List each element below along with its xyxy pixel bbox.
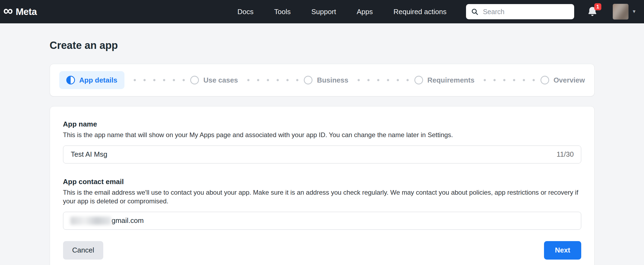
redacted-email-prefix: [70, 217, 111, 225]
meta-logo-icon: ∞: [3, 4, 13, 17]
wizard-stepper: App details Use cases Business Requireme…: [50, 64, 595, 96]
step-label-business: Business: [317, 76, 348, 84]
step-business: Business: [304, 76, 348, 84]
step-label-overview: Overview: [554, 76, 585, 84]
nav-link-tools[interactable]: Tools: [274, 8, 291, 16]
next-button[interactable]: Next: [544, 241, 581, 260]
step-icon-overview: [540, 76, 549, 84]
step-icon-use-cases: [190, 76, 199, 84]
email-visible-text: gmail.com: [112, 216, 144, 225]
step-connector: [130, 79, 185, 81]
app-name-char-count: 11/30: [557, 150, 574, 159]
nav-links: Docs Tools Support Apps Required actions: [237, 8, 446, 16]
main-content: Create an app App details Use cases Busi…: [50, 40, 595, 265]
app-name-help: This is the app name that will show on y…: [63, 131, 581, 140]
step-use-cases: Use cases: [190, 76, 238, 84]
step-icon-app-details: [66, 76, 75, 84]
step-overview: Overview: [540, 76, 585, 84]
contact-email-label: App contact email: [63, 178, 581, 186]
cancel-button[interactable]: Cancel: [63, 241, 104, 260]
step-connector: [243, 79, 299, 81]
notification-badge: 1: [594, 3, 602, 10]
avatar-blurred-image: [613, 4, 629, 20]
nav-link-apps[interactable]: Apps: [357, 8, 373, 16]
search-icon: [471, 8, 479, 15]
meta-home-link[interactable]: ∞ Meta: [3, 5, 37, 18]
app-name-label: App name: [63, 120, 581, 128]
nav-link-required-actions[interactable]: Required actions: [393, 8, 446, 16]
contact-email-help: This is the email address we'll use to c…: [63, 188, 581, 206]
nav-link-support[interactable]: Support: [311, 8, 336, 16]
step-connector: [354, 79, 409, 81]
step-requirements: Requirements: [414, 76, 474, 84]
app-contact-email-input[interactable]: gmail.com: [63, 212, 581, 230]
chevron-down-icon[interactable]: ▼: [632, 9, 636, 14]
step-label-use-cases: Use cases: [203, 76, 238, 84]
step-icon-requirements: [414, 76, 423, 84]
profile-avatar[interactable]: [613, 4, 629, 20]
app-name-input[interactable]: [70, 150, 551, 159]
search-input[interactable]: [482, 8, 569, 16]
notifications-button[interactable]: 1: [587, 6, 598, 17]
form-actions: Cancel Next: [63, 241, 581, 260]
brand-name: Meta: [16, 6, 37, 17]
app-name-input-wrap: 11/30: [63, 146, 581, 163]
step-connector: [480, 79, 535, 81]
step-label-app-details: App details: [79, 76, 117, 84]
search-box[interactable]: [466, 4, 574, 19]
step-app-details: App details: [59, 71, 124, 89]
step-label-requirements: Requirements: [427, 76, 474, 84]
app-details-form: App name This is the app name that will …: [50, 106, 595, 265]
page-title: Create an app: [50, 40, 595, 51]
nav-link-docs[interactable]: Docs: [237, 8, 254, 16]
top-navbar: ∞ Meta Docs Tools Support Apps Required …: [0, 0, 644, 23]
step-icon-business: [304, 76, 312, 84]
